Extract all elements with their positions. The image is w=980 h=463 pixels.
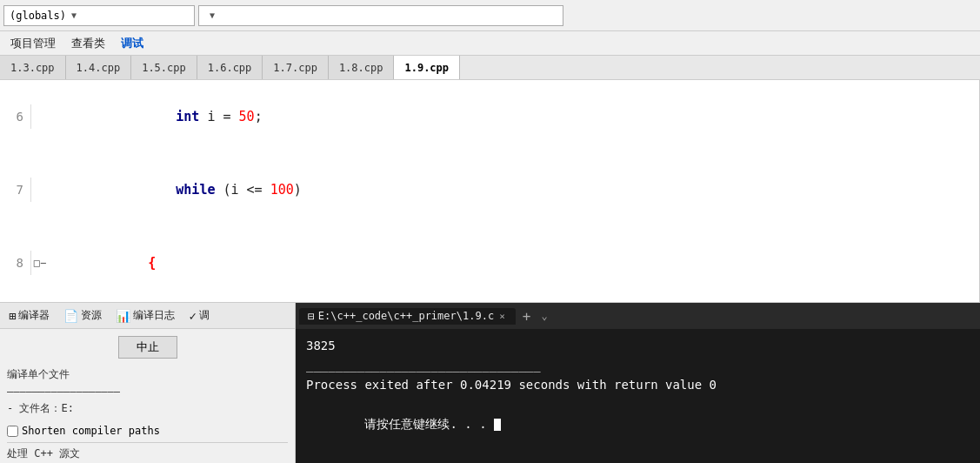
resources-icon: 📄 bbox=[63, 309, 78, 323]
bottom-status: 处理 C++ 源文 bbox=[0, 445, 295, 463]
terminal-output-1: 3825 bbox=[306, 336, 970, 355]
divider bbox=[7, 442, 288, 443]
terminal-tab-bar: ⊟ E:\c++_code\c++_primer\1.9.c × + ⌄ bbox=[296, 303, 980, 329]
tab-1-7-cpp[interactable]: 1.7.cpp bbox=[263, 56, 329, 79]
tab-1-8-cpp[interactable]: 1.8.cpp bbox=[329, 56, 395, 79]
shorten-paths-checkbox[interactable] bbox=[7, 426, 18, 437]
terminal-output-3: ________________________________ bbox=[306, 355, 970, 374]
tab-compiler-label: 编译器 bbox=[18, 308, 50, 323]
fold-icon[interactable]: □− bbox=[31, 251, 49, 275]
debug-icon: ✓ bbox=[189, 309, 196, 323]
code-text[interactable]: int i = 50; bbox=[49, 80, 263, 153]
line-number: 8 bbox=[0, 251, 31, 275]
compile-info-filename: - 文件名：E: bbox=[7, 399, 288, 418]
line-number: 7 bbox=[0, 178, 31, 202]
tab-1-5-cpp[interactable]: 1.5.cpp bbox=[131, 56, 197, 79]
tab-compiler[interactable]: ⊞ 编译器 bbox=[3, 306, 55, 325]
tab-1-9-cpp[interactable]: 1.9.cpp bbox=[394, 56, 460, 79]
tab-compile-log[interactable]: 📊 编译日志 bbox=[110, 306, 180, 325]
compiler-icon: ⊞ bbox=[9, 309, 16, 323]
stop-button[interactable]: 中止 bbox=[118, 336, 177, 359]
tab-1-6-cpp[interactable]: 1.6.cpp bbox=[197, 56, 263, 79]
terminal-close-icon[interactable]: × bbox=[497, 311, 507, 322]
line-number: 6 bbox=[0, 104, 31, 129]
shorten-paths-option[interactable]: Shorten compiler paths bbox=[0, 421, 295, 440]
terminal-icon: ⊟ bbox=[308, 310, 315, 323]
shorten-paths-label: Shorten compiler paths bbox=[22, 425, 160, 437]
menu-view[interactable]: 查看类 bbox=[64, 34, 112, 53]
tab-1-3-cpp[interactable]: 1.3.cpp bbox=[0, 56, 66, 79]
tab-resources-label: 资源 bbox=[81, 308, 102, 323]
tab-compile-log-label: 编译日志 bbox=[133, 308, 175, 323]
log-icon: 📊 bbox=[116, 309, 130, 323]
terminal-output-5: Process exited after 0.04219 seconds wit… bbox=[306, 375, 970, 394]
bottom-left-content: 中止 编译单个文件 —————————————————— - 文件名：E: - … bbox=[0, 329, 295, 421]
context-dropdown[interactable]: ▼ bbox=[198, 5, 563, 26]
terminal-tab-label: E:\c++_code\c++_primer\1.9.c bbox=[318, 310, 494, 322]
tab-debug[interactable]: ✓ 调 bbox=[183, 306, 214, 325]
code-line-7: 7 while (i <= 100) bbox=[0, 153, 979, 226]
tab-1-4-cpp[interactable]: 1.4.cpp bbox=[66, 56, 132, 79]
menu-bar: 项目管理 查看类 调试 bbox=[0, 31, 980, 56]
menu-project[interactable]: 项目管理 bbox=[3, 34, 63, 53]
terminal-output-6: 请按任意键继续. . . | bbox=[306, 394, 970, 453]
tab-resources[interactable]: 📄 资源 bbox=[58, 306, 107, 325]
terminal-dropdown-icon[interactable]: ⌄ bbox=[537, 310, 550, 322]
compile-info-divider: —————————————————— bbox=[7, 384, 288, 399]
tab-debug-label: 调 bbox=[199, 308, 210, 323]
file-tab-bar: 1.3.cpp 1.4.cpp 1.5.cpp 1.6.cpp 1.7.cpp … bbox=[0, 56, 980, 80]
globals-dropdown-label: (globals) bbox=[10, 10, 66, 22]
terminal-panel: ⊟ E:\c++_code\c++_primer\1.9.c × + ⌄ 382… bbox=[296, 303, 980, 463]
code-text[interactable]: while (i <= 100) bbox=[49, 153, 302, 226]
terminal-content[interactable]: 3825 ________________________________ Pr… bbox=[296, 329, 980, 463]
terminal-add-button[interactable]: + bbox=[519, 308, 535, 325]
bottom-panel: ⊞ 编译器 📄 资源 📊 编译日志 ✓ 调 中止 编译单个文件 ————————… bbox=[0, 302, 980, 463]
menu-debug[interactable]: 调试 bbox=[114, 34, 150, 53]
code-line-8: 8 □− { bbox=[0, 226, 979, 299]
globals-dropdown[interactable]: (globals) ▼ bbox=[3, 5, 195, 26]
code-line-6: 6 int i = 50; bbox=[0, 80, 979, 153]
compile-info-line1: 编译单个文件 bbox=[7, 366, 288, 384]
chevron-down-icon: ▼ bbox=[71, 10, 77, 20]
terminal-tab[interactable]: ⊟ E:\c++_code\c++_primer\1.9.c × bbox=[299, 308, 516, 325]
chevron-down-icon: ▼ bbox=[210, 10, 215, 20]
bottom-left-panel: ⊞ 编译器 📄 资源 📊 编译日志 ✓ 调 中止 编译单个文件 ————————… bbox=[0, 303, 296, 463]
top-bar: (globals) ▼ ▼ bbox=[0, 0, 980, 31]
code-text[interactable]: { bbox=[49, 226, 156, 299]
bottom-tab-bar: ⊞ 编译器 📄 资源 📊 编译日志 ✓ 调 bbox=[0, 303, 295, 329]
